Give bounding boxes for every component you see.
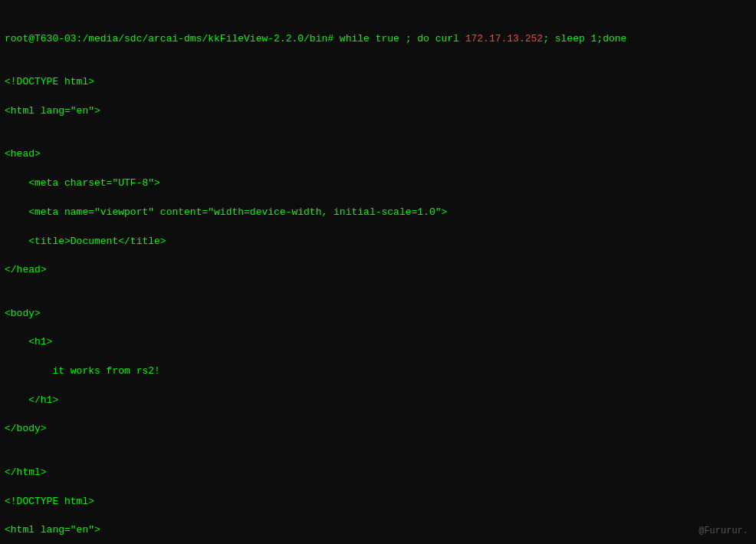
ip-address: 172.17.13.252 [465,33,543,45]
output-line: it works from rs2! [5,364,751,379]
output-line: <title>Document</title> [5,235,751,249]
prompt-text: root@T630-03:/media/sdc/arcai-dms/kkFile… [5,33,465,45]
output-line: </html> [5,466,751,480]
output-line: <html lang="en"> [5,523,751,538]
output-line: <!DOCTYPE html> [5,75,751,90]
output-line: </h1> [5,394,751,408]
watermark: @Fururur. [698,525,748,538]
terminal-output: root@T630-03:/media/sdc/arcai-dms/kkFile… [0,0,756,544]
prompt-end: ; sleep 1;done [543,33,626,45]
output-line: <h1> [5,335,751,350]
output-line: <meta name="viewport" content="width=dev… [5,206,751,220]
output-line: <html lang="en"> [5,104,751,119]
output-line: </body> [5,422,751,437]
output-line: <!DOCTYPE html> [5,495,751,509]
command-line: root@T630-03:/media/sdc/arcai-dms/kkFile… [5,32,751,47]
output-line: <body> [5,307,751,321]
output-line: <head> [5,147,751,162]
output-line: </head> [5,263,751,278]
output-line: <meta charset="UTF-8"> [5,176,751,191]
output-blocks: <!DOCTYPE html> <html lang="en"> <head> … [5,75,751,544]
